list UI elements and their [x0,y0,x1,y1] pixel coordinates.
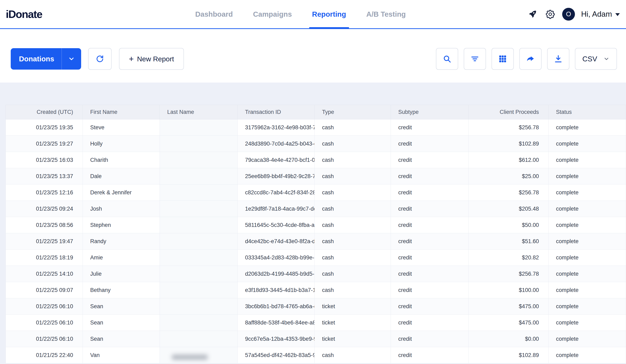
cell-client-proceeds: $256.78 [469,266,548,282]
cell-client-proceeds: $50.00 [469,217,548,233]
column-header-client-proceeds[interactable]: Client Proceeds [469,105,548,119]
search-button[interactable] [436,48,458,70]
cell-last-name-blurred [160,315,238,331]
cell-type: cash [315,184,391,201]
tab-ab-testing[interactable]: A/B Testing [365,0,407,28]
cell-first-name: Derek & Jennifer [83,184,160,201]
cell-subtype: credit [391,168,469,184]
table-row[interactable]: 01/22/25 06:10 Sean 8aff88de-538f-4be6-8… [6,315,626,331]
cell-client-proceeds: $102.89 [469,136,548,152]
cell-created: 01/22/25 06:10 [6,315,83,331]
table-row[interactable]: 01/22/25 19:47 Randy d4ce42bc-e74d-43e0-… [6,233,626,250]
refresh-icon [96,55,104,63]
table-row[interactable]: 01/23/25 19:27 Holly 248d3890-7c0d-4a25-… [6,136,626,152]
cell-status: complete [548,282,626,298]
cell-type: cash [315,282,391,298]
cell-subtype: credit [391,315,469,331]
greeting-text: Hi, Adam [581,10,612,19]
cell-type: ticket [315,315,391,331]
cell-subtype: credit [391,282,469,298]
cell-type: cash [315,136,391,152]
cell-status: complete [548,201,626,217]
donations-table: Created (UTC) First Name Last Name Trans… [5,105,626,364]
cell-client-proceeds: $102.89 [469,347,548,364]
cell-first-name: Julie [83,266,160,282]
column-header-type[interactable]: Type [315,105,391,119]
dataset-label: Donations [11,55,62,63]
column-header-created[interactable]: Created (UTC) [6,105,83,119]
cell-status: complete [548,217,626,233]
table-row[interactable]: 01/23/25 12:16 Derek & Jennifer c82ccd8c… [6,184,626,201]
cell-subtype: credit [391,233,469,250]
cell-type: cash [315,152,391,168]
filter-icon [470,54,479,63]
filter-button[interactable] [464,48,486,70]
tab-campaigns[interactable]: Campaigns [252,0,293,28]
table-header-row: Created (UTC) First Name Last Name Trans… [6,105,626,119]
table-row[interactable]: 01/22/25 18:19 Amie 033345a4-2d83-428b-b… [6,250,626,266]
table-grid-icon [498,54,507,63]
cell-created: 01/23/25 13:37 [6,168,83,184]
cell-transaction-id: c82ccd8c-7ab4-4c2f-834f-28c7e [238,184,315,201]
cell-created: 01/23/25 19:27 [6,136,83,152]
table-row[interactable]: 01/22/25 14:10 Julie d2063d2b-4199-4485-… [6,266,626,282]
share-button[interactable] [519,48,542,70]
cell-client-proceeds: $51.60 [469,233,548,250]
table-row[interactable]: 01/22/25 09:07 Bethany e3f18d93-3445-4d1… [6,282,626,298]
cell-last-name-blurred [160,298,238,315]
table-row[interactable]: 01/21/25 22:40 Van 57a545ed-df42-462b-83… [6,347,626,364]
table-row[interactable]: 01/23/25 13:37 Dale 25ee6b89-bb4f-49b2-9… [6,168,626,184]
column-header-subtype[interactable]: Subtype [391,105,469,119]
cell-client-proceeds: $100.00 [469,282,548,298]
table-row[interactable]: 01/22/25 06:10 Sean 3bc6b6b1-bd78-4765-a… [6,298,626,315]
cell-status: complete [548,315,626,331]
cell-first-name: Sean [83,315,160,331]
cell-transaction-id: 57a545ed-df42-462b-83a5-9aaa [238,347,315,364]
chevron-down-icon [615,13,620,16]
tab-dashboard[interactable]: Dashboard [194,0,234,28]
refresh-button[interactable] [88,48,112,70]
column-header-last-name[interactable]: Last Name [160,105,238,119]
cell-subtype: credit [391,184,469,201]
table-row[interactable]: 01/23/25 19:35 Steve 3175962a-3162-4e98-… [6,119,626,136]
cell-created: 01/22/25 09:07 [6,282,83,298]
dataset-dropdown-button[interactable]: Donations [11,48,81,70]
column-header-status[interactable]: Status [548,105,626,119]
avatar[interactable]: O [562,8,575,21]
cell-subtype: credit [391,266,469,282]
cell-status: complete [548,119,626,136]
cell-created: 01/22/25 19:47 [6,233,83,250]
column-header-first-name[interactable]: First Name [83,105,160,119]
rocket-icon[interactable] [527,8,538,20]
table-view-button[interactable] [492,48,514,70]
cell-transaction-id: 79caca38-4e4e-4270-bcf1-0181 [238,152,315,168]
cell-status: complete [548,233,626,250]
user-menu[interactable]: Hi, Adam [581,10,620,19]
idonate-logo[interactable]: iDonate [6,8,42,20]
cell-status: complete [548,347,626,364]
download-button[interactable] [547,48,569,70]
cell-first-name: Bethany [83,282,160,298]
download-icon [554,54,563,63]
export-format-select[interactable]: CSV [575,48,617,70]
cell-first-name: Charith [83,152,160,168]
table-row[interactable]: 01/23/25 08:56 Stephen 5811645c-5c30-4cd… [6,217,626,233]
cell-status: complete [548,136,626,152]
new-report-button[interactable]: + New Report [119,48,184,70]
gear-icon[interactable] [545,8,556,20]
cell-client-proceeds: $612.00 [469,152,548,168]
cell-client-proceeds: $0.00 [469,331,548,347]
table-row[interactable]: 01/23/25 16:03 Charith 79caca38-4e4e-427… [6,152,626,168]
cell-type: ticket [315,298,391,315]
column-header-transaction-id[interactable]: Transaction ID [238,105,315,119]
cell-client-proceeds: $25.00 [469,168,548,184]
cell-transaction-id: 248d3890-7c0d-4a25-b043-eb85 [238,136,315,152]
tab-reporting[interactable]: Reporting [311,0,347,28]
table-row[interactable]: 01/23/25 09:24 Josh 1e29df8f-7a18-4aca-9… [6,201,626,217]
cell-type: cash [315,233,391,250]
cell-first-name: Josh [83,201,160,217]
cell-client-proceeds: $475.00 [469,315,548,331]
cell-last-name-blurred [160,152,238,168]
table-row[interactable]: 01/22/25 06:10 Sean 9cc67e5a-12ba-4353-9… [6,331,626,347]
cell-subtype: credit [391,152,469,168]
